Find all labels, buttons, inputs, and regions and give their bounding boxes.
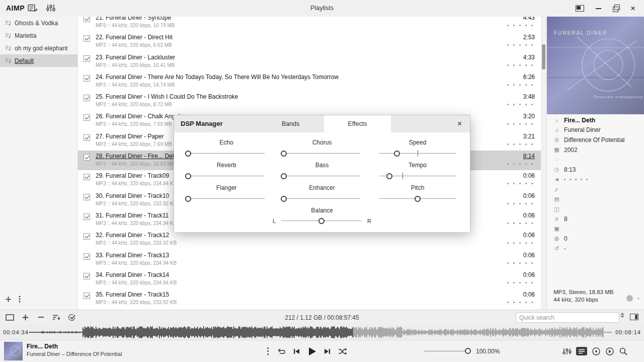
pitch-slider[interactable] <box>379 195 456 203</box>
slider-knob[interactable] <box>386 173 392 179</box>
track-rating[interactable] <box>507 104 533 105</box>
chorus-slider[interactable] <box>284 150 360 158</box>
tab-bands[interactable]: Bands <box>257 115 324 132</box>
volume-knob[interactable] <box>465 348 471 354</box>
repeat-button[interactable] <box>277 347 286 355</box>
track-checkbox[interactable] <box>84 75 90 82</box>
previous-button[interactable] <box>293 348 300 355</box>
title-bar[interactable]: AIMP Playlists × <box>0 0 644 17</box>
track-row[interactable]: 35. Funeral Diner - Track150:06MP3 :: 44… <box>78 289 541 309</box>
enhancer-slider[interactable] <box>284 195 360 203</box>
track-checkbox[interactable] <box>84 253 90 260</box>
track-checkbox[interactable] <box>84 95 90 101</box>
equalizer-button[interactable] <box>562 347 572 355</box>
sidebar-playlist-item[interactable]: Default <box>0 54 77 67</box>
side-panel-toggle-button[interactable] <box>630 314 638 320</box>
tempo-slider[interactable] <box>379 172 456 180</box>
playlist-menu-button[interactable] <box>19 296 21 305</box>
slider-knob[interactable] <box>281 173 287 179</box>
now-playing-thumbnail[interactable] <box>4 342 23 360</box>
track-checkbox[interactable] <box>84 55 90 62</box>
track-rating[interactable] <box>507 223 533 224</box>
slider-knob[interactable] <box>281 151 287 157</box>
track-checkbox[interactable] <box>84 174 90 180</box>
playlist-panel-toggle-button[interactable] <box>576 347 587 355</box>
search-spinner[interactable] <box>620 313 624 318</box>
track-rating[interactable] <box>507 44 533 46</box>
track-rating[interactable] <box>507 282 533 283</box>
slider-knob[interactable] <box>185 196 191 202</box>
track-rating[interactable] <box>507 183 533 184</box>
search-button[interactable] <box>619 347 628 356</box>
track-checkbox[interactable] <box>84 35 90 42</box>
next-button[interactable] <box>324 348 331 355</box>
playlist-scrollbar[interactable] <box>541 17 546 310</box>
track-checkbox[interactable] <box>84 233 90 240</box>
track-rating[interactable] <box>507 123 533 125</box>
slider-knob[interactable] <box>185 173 191 179</box>
panel-layout-button[interactable] <box>571 0 588 17</box>
add-playlist-button[interactable] <box>5 296 12 305</box>
track-checkbox[interactable] <box>84 114 90 121</box>
track-row[interactable]: 34. Funeral Diner - Track140:06MP3 :: 44… <box>78 269 541 289</box>
slider-knob[interactable] <box>318 218 325 224</box>
track-checkbox[interactable] <box>84 17 90 22</box>
track-rating[interactable] <box>507 64 533 66</box>
track-checkbox[interactable] <box>84 134 90 141</box>
track-row[interactable]: 33. Funeral Diner - Track130:06MP3 :: 44… <box>78 250 541 269</box>
sidebar-playlist-item[interactable]: Marietta <box>0 29 77 42</box>
close-button[interactable]: × <box>624 0 641 17</box>
speed-slider[interactable] <box>379 150 456 158</box>
shuffle-button[interactable] <box>338 347 347 355</box>
panel-switch-button[interactable] <box>626 295 633 302</box>
track-rating[interactable] <box>507 25 533 26</box>
slider-knob[interactable] <box>281 196 287 202</box>
sidebar-playlist-item[interactable]: oh my god elephant <box>0 42 77 54</box>
flanger-slider[interactable] <box>188 195 265 203</box>
scrollbar-thumb[interactable] <box>542 44 545 69</box>
track-row[interactable]: 25. Funeral Diner - I Wish I Could Do Th… <box>78 91 541 111</box>
play-button[interactable] <box>307 346 317 356</box>
track-row[interactable]: 32. Funeral Diner - Track120:06MP3 :: 44… <box>78 230 541 249</box>
track-checkbox[interactable] <box>84 293 90 299</box>
bass-slider[interactable] <box>284 172 360 180</box>
rating-dots[interactable] <box>564 179 588 180</box>
restore-button[interactable] <box>607 0 624 17</box>
mini-player-button[interactable] <box>605 347 614 356</box>
sidebar-playlist-item[interactable]: Ghosts & Vodka <box>0 17 77 29</box>
track-row[interactable]: 23. Funeral Diner - Lackluster4:33MP3 ::… <box>78 52 541 71</box>
track-rating[interactable] <box>507 302 533 303</box>
volume-slider[interactable] <box>424 351 467 351</box>
track-title: 31. Funeral Diner - Track11 <box>96 212 169 220</box>
slider-knob[interactable] <box>394 151 400 157</box>
track-row[interactable]: 21. Funeral Diner - Syncope4:43MP3 :: 44… <box>78 17 541 32</box>
track-checkbox[interactable] <box>84 213 90 220</box>
balance-slider[interactable] <box>281 217 362 225</box>
track-rating[interactable] <box>507 143 533 145</box>
track-rating[interactable] <box>507 203 533 204</box>
track-rating[interactable] <box>507 84 533 86</box>
quick-search-input[interactable] <box>516 312 619 323</box>
minimize-button[interactable] <box>590 0 607 17</box>
track-row[interactable]: 22. Funeral Diner - Direct Hit2:53MP3 ::… <box>78 32 541 51</box>
visualization-button[interactable] <box>592 347 601 356</box>
slider-knob[interactable] <box>185 151 191 157</box>
track-rating[interactable] <box>507 163 533 165</box>
player-menu-button[interactable] <box>266 347 270 355</box>
dsp-dialog-header[interactable]: DSP Manager Bands Effects × <box>174 115 470 132</box>
dialog-close-button[interactable]: × <box>453 118 466 130</box>
track-rating[interactable] <box>507 242 533 244</box>
track-checkbox[interactable] <box>84 273 90 279</box>
echo-slider[interactable] <box>188 150 265 158</box>
track-row[interactable]: 24. Funeral Diner - There Are No Todays … <box>78 71 541 91</box>
equalizer-icon <box>562 347 572 355</box>
tab-effects[interactable]: Effects <box>324 115 391 132</box>
waveform-seekbar[interactable] <box>29 326 612 339</box>
track-rating[interactable] <box>507 262 533 264</box>
slider-knob[interactable] <box>415 196 421 202</box>
reverb-slider[interactable] <box>188 172 265 180</box>
track-checkbox[interactable] <box>84 194 90 200</box>
track-details: MP3 :: 44 kHz, 320 kbps, 233.92 KB <box>96 200 177 207</box>
track-title: 33. Funeral Diner - Track13 <box>96 252 169 259</box>
track-checkbox[interactable] <box>84 154 90 161</box>
